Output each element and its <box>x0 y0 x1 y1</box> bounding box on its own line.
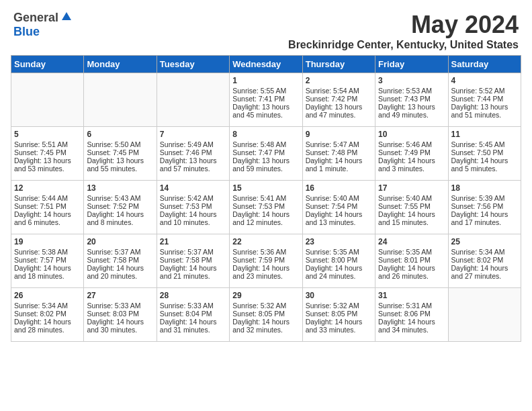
day-number: 24 <box>378 237 445 246</box>
day-info: and 45 minutes. <box>232 111 299 119</box>
calendar-cell <box>157 73 229 127</box>
day-number: 14 <box>160 183 226 193</box>
day-info: Daylight: 14 hours <box>160 210 226 218</box>
day-info: and 28 minutes. <box>14 326 81 334</box>
day-info: and 24 minutes. <box>306 272 372 280</box>
day-number: 15 <box>232 183 299 193</box>
day-info: and 12 minutes. <box>232 218 299 226</box>
calendar-cell <box>448 288 521 342</box>
day-info: Sunrise: 5:35 AM <box>306 248 372 256</box>
day-info: Sunrise: 5:34 AM <box>451 248 518 256</box>
week-row-5: 26Sunrise: 5:34 AMSunset: 8:02 PMDayligh… <box>11 288 521 342</box>
day-number: 19 <box>14 237 81 246</box>
calendar-cell: 18Sunrise: 5:39 AMSunset: 7:56 PMDayligh… <box>448 181 521 234</box>
logo-triangle-icon <box>61 11 72 24</box>
day-info: Sunrise: 5:50 AM <box>87 140 153 148</box>
day-info: Daylight: 14 hours <box>14 210 81 218</box>
calendar-cell: 25Sunrise: 5:34 AMSunset: 8:02 PMDayligh… <box>448 234 521 288</box>
day-info: and 32 minutes. <box>232 326 299 334</box>
day-info: Daylight: 14 hours <box>378 264 445 272</box>
day-info: Daylight: 14 hours <box>232 210 299 218</box>
day-info: Sunset: 7:45 PM <box>14 148 81 156</box>
week-row-1: 1Sunrise: 5:55 AMSunset: 7:41 PMDaylight… <box>11 73 521 127</box>
day-info: Sunset: 8:02 PM <box>451 256 518 264</box>
calendar-cell: 10Sunrise: 5:46 AMSunset: 7:49 PMDayligh… <box>375 127 448 181</box>
calendar-cell: 23Sunrise: 5:35 AMSunset: 8:00 PMDayligh… <box>302 234 375 288</box>
day-info: Daylight: 14 hours <box>306 264 372 272</box>
title-section: May 2024 Breckinridge Center, Kentucky, … <box>288 11 519 51</box>
logo-general-text: General <box>13 11 58 25</box>
calendar-cell: 5Sunrise: 5:51 AMSunset: 7:45 PMDaylight… <box>11 127 84 181</box>
day-info: and 47 minutes. <box>306 111 372 119</box>
logo: General Blue <box>13 11 72 39</box>
calendar-cell: 21Sunrise: 5:37 AMSunset: 7:58 PMDayligh… <box>157 234 229 288</box>
week-row-3: 12Sunrise: 5:44 AMSunset: 7:51 PMDayligh… <box>11 181 521 234</box>
day-number: 13 <box>87 183 153 193</box>
day-info: Sunset: 7:49 PM <box>378 148 445 156</box>
day-info: Daylight: 14 hours <box>232 264 299 272</box>
calendar-cell: 16Sunrise: 5:40 AMSunset: 7:54 PMDayligh… <box>302 181 375 234</box>
calendar-cell: 4Sunrise: 5:52 AMSunset: 7:44 PMDaylight… <box>448 73 521 127</box>
day-info: Sunrise: 5:37 AM <box>87 248 153 256</box>
weekday-header-wednesday: Wednesday <box>230 56 302 73</box>
day-info: Sunrise: 5:37 AM <box>160 248 226 256</box>
day-info: Sunrise: 5:55 AM <box>232 87 299 95</box>
header: General Blue May 2024 Breckinridge Cente… <box>0 0 532 55</box>
day-info: Daylight: 13 hours <box>378 103 445 111</box>
day-number: 10 <box>378 130 445 139</box>
weekday-header-tuesday: Tuesday <box>157 56 229 73</box>
calendar-table: SundayMondayTuesdayWednesdayThursdayFrid… <box>11 55 521 342</box>
week-row-4: 19Sunrise: 5:38 AMSunset: 7:57 PMDayligh… <box>11 234 521 288</box>
day-info: Daylight: 14 hours <box>87 264 153 272</box>
day-info: Sunset: 7:59 PM <box>232 256 299 264</box>
day-info: Sunset: 8:00 PM <box>306 256 372 264</box>
calendar-cell: 9Sunrise: 5:47 AMSunset: 7:48 PMDaylight… <box>302 127 375 181</box>
month-title: May 2024 <box>288 11 519 39</box>
day-info: Daylight: 14 hours <box>14 264 81 272</box>
day-info: Daylight: 14 hours <box>160 318 226 326</box>
day-number: 2 <box>306 76 372 85</box>
day-info: Sunset: 7:53 PM <box>160 202 226 210</box>
day-info: and 18 minutes. <box>14 272 81 280</box>
day-info: and 59 minutes. <box>232 165 299 173</box>
day-number: 21 <box>160 237 226 246</box>
calendar-cell: 19Sunrise: 5:38 AMSunset: 7:57 PMDayligh… <box>11 234 84 288</box>
day-info: and 51 minutes. <box>451 111 518 119</box>
calendar-cell: 31Sunrise: 5:31 AMSunset: 8:06 PMDayligh… <box>375 288 448 342</box>
calendar-cell: 14Sunrise: 5:42 AMSunset: 7:53 PMDayligh… <box>157 181 229 234</box>
day-info: and 33 minutes. <box>306 326 372 334</box>
day-info: Daylight: 13 hours <box>306 103 372 111</box>
day-info: Sunrise: 5:36 AM <box>232 248 299 256</box>
day-info: Daylight: 14 hours <box>306 156 372 165</box>
day-info: and 10 minutes. <box>160 218 226 226</box>
day-number: 1 <box>232 76 299 85</box>
day-info: Sunrise: 5:33 AM <box>160 302 226 310</box>
day-info: and 23 minutes. <box>232 272 299 280</box>
day-info: Sunset: 7:43 PM <box>378 95 445 103</box>
day-info: Daylight: 14 hours <box>232 318 299 326</box>
day-info: Sunset: 8:01 PM <box>378 256 445 264</box>
logo-blue-text: Blue <box>13 25 40 38</box>
day-info: Daylight: 14 hours <box>306 210 372 218</box>
svg-marker-0 <box>62 12 71 20</box>
day-info: Sunrise: 5:34 AM <box>14 302 81 310</box>
day-info: and 27 minutes. <box>451 272 518 280</box>
day-info: Sunset: 8:02 PM <box>14 310 81 318</box>
day-info: Sunrise: 5:40 AM <box>378 194 445 202</box>
calendar-cell <box>11 73 84 127</box>
day-info: and 5 minutes. <box>451 165 518 173</box>
calendar-cell: 20Sunrise: 5:37 AMSunset: 7:58 PMDayligh… <box>84 234 157 288</box>
day-info: Sunrise: 5:42 AM <box>160 194 226 202</box>
calendar-cell <box>84 73 157 127</box>
weekday-header-friday: Friday <box>375 56 448 73</box>
calendar-cell: 28Sunrise: 5:33 AMSunset: 8:04 PMDayligh… <box>157 288 229 342</box>
day-info: Sunrise: 5:51 AM <box>14 140 81 148</box>
calendar-cell: 7Sunrise: 5:49 AMSunset: 7:46 PMDaylight… <box>157 127 229 181</box>
day-info: and 53 minutes. <box>14 165 81 173</box>
day-info: Sunset: 8:05 PM <box>306 310 372 318</box>
day-info: Sunset: 7:58 PM <box>87 256 153 264</box>
day-info: Sunset: 7:48 PM <box>306 148 372 156</box>
day-info: Sunrise: 5:31 AM <box>378 302 445 310</box>
day-info: Sunrise: 5:32 AM <box>306 302 372 310</box>
day-info: Daylight: 14 hours <box>87 318 153 326</box>
